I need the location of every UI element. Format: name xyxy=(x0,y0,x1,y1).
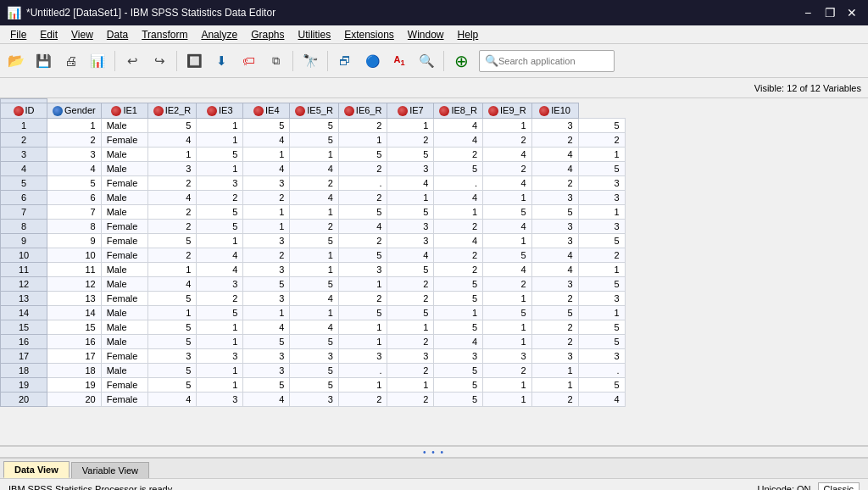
cell-r12-c0[interactable]: 12 xyxy=(47,277,102,292)
cell-r14-c10[interactable]: 5 xyxy=(531,306,578,320)
cell-r10-c1[interactable]: Female xyxy=(101,248,147,263)
cell-r2-c8[interactable]: 4 xyxy=(434,133,483,148)
menu-item-file[interactable]: File xyxy=(3,27,33,42)
cell-r4-c5[interactable]: 4 xyxy=(290,162,339,176)
cell-r15-c3[interactable]: 1 xyxy=(197,320,243,335)
menu-item-utilities[interactable]: Utilities xyxy=(291,27,337,42)
cell-r10-c2[interactable]: 2 xyxy=(147,248,197,263)
cell-r3-c2[interactable]: 1 xyxy=(147,148,197,162)
cell-r2-c5[interactable]: 5 xyxy=(290,133,339,148)
cell-r6-c5[interactable]: 4 xyxy=(290,191,339,205)
dial-button[interactable]: 🔵 xyxy=(359,48,385,74)
cell-r14-c9[interactable]: 5 xyxy=(483,306,532,320)
cell-r5-c11[interactable]: 3 xyxy=(578,176,625,191)
cell-r7-c3[interactable]: 5 xyxy=(197,205,243,220)
data-grid[interactable]: IDGenderIE1IE2_RIE3IE4IE5_RIE6_RIE7IE8_R… xyxy=(0,98,868,446)
cell-r12-c1[interactable]: Male xyxy=(101,277,147,292)
cell-r2-c4[interactable]: 4 xyxy=(243,133,290,148)
cell-r17-c1[interactable]: Female xyxy=(101,349,147,364)
cell-r4-c1[interactable]: Male xyxy=(101,162,147,176)
cell-r14-c5[interactable]: 1 xyxy=(290,306,339,320)
cell-r15-c1[interactable]: Male xyxy=(101,320,147,335)
window-button[interactable]: 🗗 xyxy=(332,48,358,74)
cell-r13-c8[interactable]: 5 xyxy=(434,292,483,306)
cell-r16-c1[interactable]: Male xyxy=(101,335,147,349)
cell-r3-c8[interactable]: 2 xyxy=(434,148,483,162)
cell-r19-c0[interactable]: 19 xyxy=(47,378,102,393)
cell-r1-c9[interactable]: 1 xyxy=(483,119,532,133)
cell-r11-c4[interactable]: 3 xyxy=(243,263,290,277)
cell-r13-c11[interactable]: 3 xyxy=(578,292,625,306)
cell-r5-c5[interactable]: 2 xyxy=(290,176,339,191)
cell-r7-c9[interactable]: 5 xyxy=(483,205,532,220)
cell-r9-c11[interactable]: 5 xyxy=(578,234,625,248)
cell-r7-c11[interactable]: 1 xyxy=(578,205,625,220)
cell-r8-c4[interactable]: 1 xyxy=(243,220,290,234)
cell-r14-c7[interactable]: 5 xyxy=(387,306,434,320)
save-button[interactable]: 💾 xyxy=(31,48,56,74)
cell-r15-c7[interactable]: 1 xyxy=(387,320,434,335)
cell-r13-c6[interactable]: 2 xyxy=(338,292,387,306)
cell-r9-c5[interactable]: 5 xyxy=(290,234,339,248)
cell-r18-c2[interactable]: 5 xyxy=(147,364,197,378)
ab-button[interactable]: A1 xyxy=(387,48,412,74)
cell-r18-c6[interactable]: . xyxy=(338,364,387,378)
cell-r17-c4[interactable]: 3 xyxy=(243,349,290,364)
col-header-ie2r[interactable]: IE2_R xyxy=(147,103,197,119)
cell-r9-c2[interactable]: 5 xyxy=(147,234,197,248)
goto-button[interactable]: 🔲 xyxy=(181,48,207,74)
cell-r9-c8[interactable]: 4 xyxy=(434,234,483,248)
cell-r16-c8[interactable]: 4 xyxy=(434,335,483,349)
cell-r14-c8[interactable]: 1 xyxy=(434,306,483,320)
cell-r19-c5[interactable]: 5 xyxy=(290,378,339,393)
col-header-ie7[interactable]: IE7 xyxy=(387,103,434,119)
col-header-ie6r[interactable]: IE6_R xyxy=(338,103,387,119)
cell-r16-c11[interactable]: 5 xyxy=(578,335,625,349)
cell-r12-c8[interactable]: 5 xyxy=(434,277,483,292)
cell-r4-c0[interactable]: 4 xyxy=(47,162,102,176)
col-header-ie8r[interactable]: IE8_R xyxy=(434,103,483,119)
cell-r3-c10[interactable]: 4 xyxy=(531,148,578,162)
cell-r4-c3[interactable]: 1 xyxy=(197,162,243,176)
cell-r6-c11[interactable]: 3 xyxy=(578,191,625,205)
cell-r10-c6[interactable]: 5 xyxy=(338,248,387,263)
cell-r15-c5[interactable]: 4 xyxy=(290,320,339,335)
chart-button[interactable]: 📊 xyxy=(85,48,110,74)
cell-r13-c1[interactable]: Female xyxy=(101,292,147,306)
cell-r20-c3[interactable]: 3 xyxy=(197,393,243,407)
cell-r17-c2[interactable]: 3 xyxy=(147,349,197,364)
cell-r8-c11[interactable]: 3 xyxy=(578,220,625,234)
cell-r15-c6[interactable]: 1 xyxy=(338,320,387,335)
cell-r14-c4[interactable]: 1 xyxy=(243,306,290,320)
col-header-ie1[interactable]: IE1 xyxy=(101,103,147,119)
cell-r14-c1[interactable]: Male xyxy=(101,306,147,320)
cell-r3-c4[interactable]: 1 xyxy=(243,148,290,162)
cell-r9-c7[interactable]: 3 xyxy=(387,234,434,248)
cell-r2-c7[interactable]: 2 xyxy=(387,133,434,148)
cell-r20-c0[interactable]: 20 xyxy=(47,393,102,407)
cell-r13-c10[interactable]: 2 xyxy=(531,292,578,306)
cell-r8-c9[interactable]: 4 xyxy=(483,220,532,234)
cell-r2-c10[interactable]: 2 xyxy=(531,133,578,148)
undo-button[interactable]: ↩ xyxy=(120,48,145,74)
cell-r12-c4[interactable]: 5 xyxy=(243,277,290,292)
cell-r19-c2[interactable]: 5 xyxy=(147,378,197,393)
cell-r14-c0[interactable]: 14 xyxy=(47,306,102,320)
cell-r3-c11[interactable]: 1 xyxy=(578,148,625,162)
cell-r18-c11[interactable]: . xyxy=(578,364,625,378)
menu-item-view[interactable]: View xyxy=(64,27,100,42)
cell-r7-c4[interactable]: 1 xyxy=(243,205,290,220)
cell-r2-c9[interactable]: 2 xyxy=(483,133,532,148)
cell-r12-c6[interactable]: 1 xyxy=(338,277,387,292)
cell-r19-c3[interactable]: 1 xyxy=(197,378,243,393)
menu-item-help[interactable]: Help xyxy=(451,27,486,42)
restore-button[interactable]: ❐ xyxy=(821,3,839,22)
cell-r18-c1[interactable]: Male xyxy=(101,364,147,378)
cell-r6-c8[interactable]: 4 xyxy=(434,191,483,205)
cell-r13-c4[interactable]: 3 xyxy=(243,292,290,306)
cell-r4-c7[interactable]: 3 xyxy=(387,162,434,176)
cell-r8-c3[interactable]: 5 xyxy=(197,220,243,234)
cell-r2-c1[interactable]: Female xyxy=(101,133,147,148)
col-header-ie10[interactable]: IE10 xyxy=(531,103,578,119)
cell-r20-c4[interactable]: 4 xyxy=(243,393,290,407)
